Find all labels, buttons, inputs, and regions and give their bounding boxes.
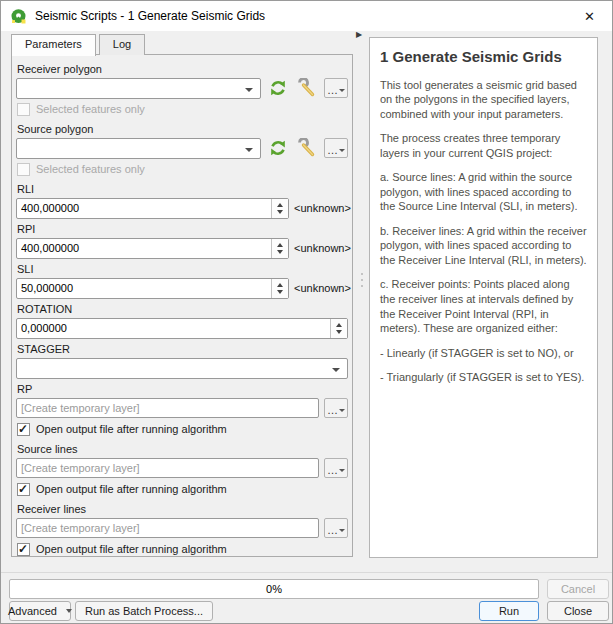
receiver-polygon-combobox[interactable]	[16, 78, 261, 99]
chevron-down-icon	[339, 89, 345, 92]
rpi-unknown-text: <unknown>	[294, 242, 348, 254]
open-output-label: Open output file after running algorithm	[36, 483, 227, 495]
sli-spinbox[interactable]	[16, 278, 289, 299]
iterate-layer-button[interactable]	[266, 77, 290, 100]
source-lines-output-input[interactable]	[16, 458, 319, 478]
spinner-arrows[interactable]	[271, 239, 288, 258]
chevron-down-icon	[339, 149, 345, 152]
advanced-options-button[interactable]	[295, 137, 319, 160]
rotation-label: ROTATION	[17, 303, 347, 315]
sli-unknown-text: <unknown>	[294, 282, 348, 294]
receiver-polygon-browse-button[interactable]: …	[324, 78, 348, 98]
ellipsis-icon: …	[327, 523, 338, 537]
iterate-icon	[268, 138, 288, 158]
rli-input[interactable]	[21, 199, 268, 218]
window-title: Seismic Scripts - 1 Generate Seismic Gri…	[35, 9, 265, 23]
source-polygon-browse-button[interactable]: …	[324, 138, 348, 158]
advanced-options-button[interactable]	[295, 77, 319, 100]
receiver-lines-browse-button[interactable]: …	[324, 518, 348, 538]
tab-parameters[interactable]: Parameters	[11, 34, 96, 56]
run-button[interactable]: Run	[479, 601, 539, 621]
chevron-down-icon	[339, 409, 345, 412]
help-paragraph: The process creates three temporary laye…	[380, 131, 587, 160]
spinner-arrows[interactable]	[271, 199, 288, 218]
tab-log[interactable]: Log	[99, 34, 145, 55]
cancel-button[interactable]: Cancel	[547, 579, 609, 599]
splitter-handle[interactable]	[361, 269, 364, 291]
run-as-batch-button[interactable]: Run as Batch Process...	[75, 601, 213, 621]
panel-collapse-arrow-icon[interactable]: ▶	[356, 30, 362, 39]
open-output-checkbox[interactable]	[17, 543, 30, 556]
source-polygon-label: Source polygon	[17, 123, 347, 135]
rp-label: RP	[17, 383, 347, 395]
selected-features-label: Selected features only	[36, 163, 145, 175]
advanced-button-label: Advanced	[8, 605, 57, 617]
ellipsis-icon: …	[327, 403, 338, 417]
iterate-layer-button[interactable]	[266, 137, 290, 160]
chevron-down-icon	[339, 529, 345, 532]
selected-features-label: Selected features only	[36, 103, 145, 115]
sli-input[interactable]	[21, 279, 268, 298]
source-lines-browse-button[interactable]: …	[324, 458, 348, 478]
close-button[interactable]: Close	[547, 601, 609, 621]
chevron-down-icon	[66, 609, 72, 613]
rli-spinbox[interactable]	[16, 198, 289, 219]
open-output-checkbox[interactable]	[17, 483, 30, 496]
rotation-spinbox[interactable]	[16, 318, 348, 339]
receiver-lines-label: Receiver lines	[17, 503, 347, 515]
help-paragraph: c. Receiver points: Points placed along …	[380, 277, 587, 335]
spinner-arrows[interactable]	[271, 279, 288, 298]
iterate-icon	[268, 78, 288, 98]
wrench-icon	[297, 138, 317, 158]
qgis-logo-icon	[10, 8, 27, 25]
sli-label: SLI	[17, 263, 347, 275]
chevron-down-icon	[339, 469, 345, 472]
rli-label: RLI	[17, 183, 347, 195]
rpi-spinbox[interactable]	[16, 238, 289, 259]
chevron-down-icon	[245, 148, 253, 152]
help-paragraph: - Linearly (if STAGGER is set to NO), or	[380, 346, 587, 361]
advanced-button[interactable]: Advanced	[9, 601, 71, 621]
title-bar: Seismic Scripts - 1 Generate Seismic Gri…	[1, 1, 612, 31]
rotation-input[interactable]	[21, 319, 327, 338]
rp-output-input[interactable]	[16, 398, 319, 418]
help-paragraph: b. Receiver lines: A grid within the rec…	[380, 224, 587, 268]
help-title: 1 Generate Seismic Grids	[380, 47, 587, 67]
progress-bar: 0%	[9, 579, 539, 599]
help-panel: 1 Generate Seismic Grids This tool gener…	[369, 37, 598, 558]
close-window-button[interactable]: ✕	[567, 1, 612, 31]
stagger-label: STAGGER	[17, 343, 347, 355]
wrench-icon	[297, 78, 317, 98]
ellipsis-icon: …	[327, 463, 338, 477]
source-lines-label: Source lines	[17, 443, 347, 455]
open-output-label: Open output file after running algorithm	[36, 543, 227, 555]
footer-divider	[1, 572, 612, 573]
receiver-lines-output-input[interactable]	[16, 518, 319, 538]
receiver-polygon-label: Receiver polygon	[17, 63, 347, 75]
source-polygon-combobox[interactable]	[16, 138, 261, 159]
chevron-down-icon	[245, 88, 253, 92]
rp-browse-button[interactable]: …	[324, 398, 348, 418]
ellipsis-icon: …	[327, 83, 338, 97]
rli-unknown-text: <unknown>	[294, 202, 348, 214]
help-paragraph: - Triangularly (if STAGGER is set to YES…	[380, 370, 587, 385]
parameters-pane: Receiver polygon	[11, 54, 353, 557]
seismic-scripts-dialog: Seismic Scripts - 1 Generate Seismic Gri…	[0, 0, 613, 624]
open-output-label: Open output file after running algorithm	[36, 423, 227, 435]
spinner-arrows[interactable]	[330, 319, 347, 338]
help-paragraph: a. Source lines: A grid within the sourc…	[380, 170, 587, 214]
selected-features-checkbox[interactable]	[17, 163, 30, 176]
tab-bar: Parameters Log	[11, 34, 148, 55]
help-paragraph: This tool generates a seismic grid based…	[380, 78, 587, 122]
open-output-checkbox[interactable]	[17, 423, 30, 436]
ellipsis-icon: …	[327, 143, 338, 157]
selected-features-checkbox[interactable]	[17, 103, 30, 116]
stagger-combobox[interactable]	[16, 358, 348, 379]
rpi-input[interactable]	[21, 239, 268, 258]
rpi-label: RPI	[17, 223, 347, 235]
chevron-down-icon	[332, 368, 340, 372]
